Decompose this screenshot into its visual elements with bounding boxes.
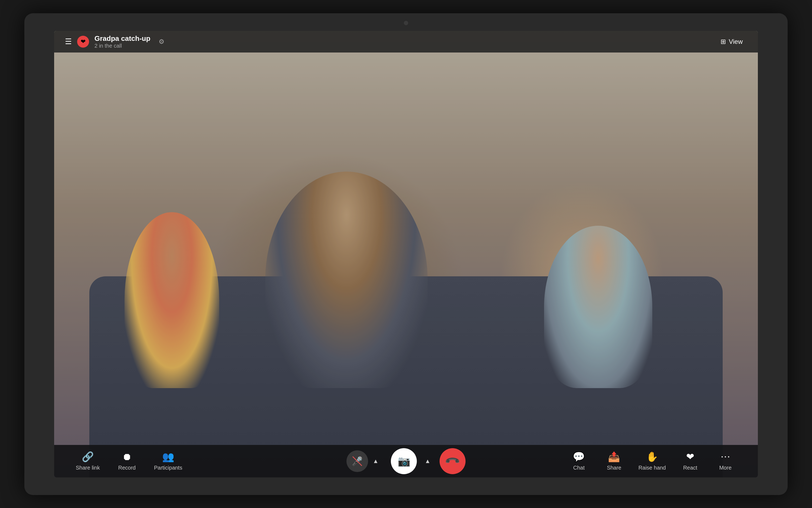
hamburger-icon[interactable]: ☰ bbox=[65, 37, 72, 46]
record-button[interactable]: ⏺ Record bbox=[116, 451, 138, 471]
raise-hand-button[interactable]: ✋ Raise hand bbox=[639, 451, 666, 471]
call-subtitle: 2 in the call bbox=[94, 43, 151, 49]
screen: ☰ ❤ Gradpa catch-up 2 in the call ⚙ ⊞ Vi… bbox=[54, 31, 758, 477]
view-grid-icon: ⊞ bbox=[721, 38, 726, 45]
video-group: 📷 ▲ bbox=[388, 448, 434, 474]
participants-icon: 👥 bbox=[162, 451, 174, 463]
share-button[interactable]: 📤 Share bbox=[603, 451, 625, 471]
toolbar: 🔗 Share link ⏺ Record 👥 Participants 🎤 bbox=[54, 445, 758, 477]
settings-icon[interactable]: ⚙ bbox=[159, 38, 165, 45]
record-icon: ⏺ bbox=[122, 451, 132, 463]
more-label: More bbox=[719, 465, 732, 471]
chat-label: Chat bbox=[573, 465, 585, 471]
share-link-label: Share link bbox=[76, 465, 100, 471]
view-label: View bbox=[729, 38, 743, 45]
share-label: Share bbox=[607, 465, 621, 471]
participants-label: Participants bbox=[154, 465, 182, 471]
header-bar: ☰ ❤ Gradpa catch-up 2 in the call ⚙ ⊞ Vi… bbox=[54, 31, 758, 52]
chat-button[interactable]: 💬 Chat bbox=[568, 451, 590, 471]
toolbar-center: 🎤 ▲ 📷 ▲ 📞 bbox=[346, 448, 466, 474]
share-link-icon: 🔗 bbox=[82, 451, 94, 463]
call-avatar-icon: ❤ bbox=[77, 36, 89, 48]
video-chevron-button[interactable]: ▲ bbox=[421, 455, 434, 468]
end-call-button[interactable]: 📞 bbox=[434, 443, 471, 477]
react-label: React bbox=[683, 465, 697, 471]
share-link-button[interactable]: 🔗 Share link bbox=[76, 451, 100, 471]
camera-icon: 📷 bbox=[398, 455, 410, 467]
mic-slash-indicator bbox=[352, 456, 362, 466]
participants-button[interactable]: 👥 Participants bbox=[154, 451, 182, 471]
mute-button[interactable]: 🎤 bbox=[346, 450, 368, 472]
video-button[interactable]: 📷 bbox=[391, 448, 417, 474]
mic-chevron-button[interactable]: ▲ bbox=[369, 455, 382, 468]
toolbar-left: 🔗 Share link ⏺ Record 👥 Participants bbox=[76, 451, 182, 471]
video-area bbox=[54, 31, 758, 477]
call-title: Gradpa catch-up bbox=[94, 34, 151, 43]
more-icon: ⋯ bbox=[721, 451, 730, 463]
header-left: ☰ ❤ Gradpa catch-up 2 in the call ⚙ bbox=[65, 34, 165, 49]
call-info: Gradpa catch-up 2 in the call bbox=[94, 34, 151, 49]
react-icon: ❤ bbox=[686, 451, 694, 463]
more-button[interactable]: ⋯ More bbox=[715, 451, 736, 471]
chat-icon: 💬 bbox=[573, 451, 585, 463]
scene-overlay bbox=[54, 31, 758, 477]
end-call-icon: 📞 bbox=[444, 453, 461, 470]
react-button[interactable]: ❤ React bbox=[679, 451, 701, 471]
raise-hand-icon: ✋ bbox=[646, 451, 658, 463]
record-label: Record bbox=[118, 465, 136, 471]
mic-group: 🎤 ▲ bbox=[346, 450, 382, 472]
view-button[interactable]: ⊞ View bbox=[716, 36, 747, 48]
header-right: ⊞ View bbox=[716, 36, 747, 48]
toolbar-right: 💬 Chat 📤 Share ✋ Raise hand ❤ React ⋯ bbox=[568, 451, 736, 471]
camera-dot bbox=[404, 21, 408, 25]
video-scene bbox=[54, 31, 758, 477]
raise-hand-label: Raise hand bbox=[639, 465, 666, 471]
share-icon: 📤 bbox=[608, 451, 620, 463]
laptop-frame: ☰ ❤ Gradpa catch-up 2 in the call ⚙ ⊞ Vi… bbox=[25, 13, 787, 495]
